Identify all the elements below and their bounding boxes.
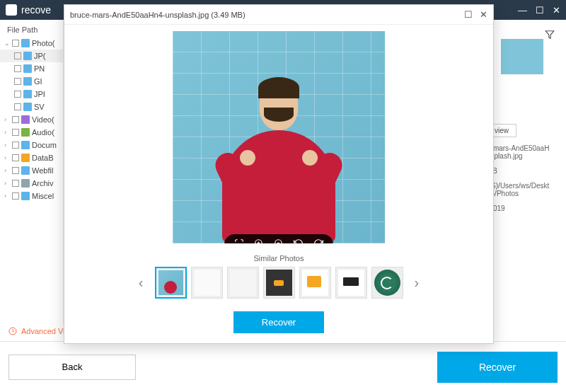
detail-filename: e-mars-AndE50aaH nsplash.jpg [487,144,558,160]
recover-button[interactable]: Recover [437,352,558,383]
file-details-panel: view e-mars-AndE50aaH nsplash.jpg MB FS)… [487,39,558,212]
preview-title: bruce-mars-AndE50aaHn4-unsplash.jpg (3.4… [70,11,246,19]
preview-image-area [64,25,493,250]
back-button[interactable]: Back [8,354,136,380]
tree-item-jpg[interactable]: JP( [0,50,63,62]
tree-item-archive[interactable]: ›Archiv [0,177,63,190]
tree-item-webfiles[interactable]: ›Webfil [0,164,63,177]
preview-footer: Recover [64,306,493,343]
similar-carousel: ‹ › [79,267,479,299]
similar-photos-section: Similar Photos ‹ › [64,250,493,306]
tree-item-png[interactable]: PN [0,62,63,75]
close-icon[interactable]: ✕ [553,5,560,16]
bottom-bar: Back Recover [0,341,566,392]
rotate-left-icon[interactable] [294,238,304,243]
tree-item-audio[interactable]: ›Audio( [0,126,63,139]
maximize-icon[interactable]: ☐ [536,5,544,16]
tree-item-jpeg[interactable]: JPI [0,88,63,100]
logo-text: recove [21,4,51,16]
sidebar-header: File Path [0,23,63,37]
similar-thumb[interactable] [263,267,295,299]
preview-maximize-icon[interactable]: ☐ [464,9,473,20]
detail-size: MB [487,167,558,175]
carousel-prev-icon[interactable]: ‹ [134,275,148,291]
tree-item-gif[interactable]: GI [0,75,63,88]
tree-item-misc[interactable]: ›Miscel [0,190,63,202]
window-controls: — ☐ ✕ [518,5,560,16]
preview-image [173,31,385,243]
similar-thumb[interactable] [299,267,331,299]
similar-thumb[interactable] [335,267,367,299]
app-logo: recove [6,4,51,16]
svg-marker-0 [545,31,554,39]
similar-thumb[interactable] [227,267,259,299]
preview-window-controls: ☐ ✕ [464,9,487,20]
zoom-in-icon[interactable] [254,238,264,243]
image-toolbar [224,234,333,243]
preview-close-icon[interactable]: ✕ [480,9,487,20]
detail-date: -2019 [487,204,558,212]
fit-screen-icon[interactable] [234,238,244,243]
similar-thumb[interactable] [371,267,403,299]
tree-item-document[interactable]: ›Docum [0,139,63,151]
minimize-icon[interactable]: — [518,5,527,16]
logo-icon [6,4,17,16]
preview-header: bruce-mars-AndE50aaHn4-unsplash.jpg (3.4… [64,5,493,25]
detail-path: FS)/Users/ws/Deskt 85/Photos [487,182,558,197]
detail-thumbnail [501,39,543,74]
zoom-out-icon[interactable] [274,238,284,243]
sidebar: File Path ⌄Photo( JP( PN GI JPI SV ›Vide… [0,20,64,325]
similar-thumb[interactable] [155,267,187,299]
tree-item-database[interactable]: ›DataB [0,151,63,164]
similar-photos-label: Similar Photos [79,254,479,263]
tree-item-photo[interactable]: ⌄Photo( [0,37,63,50]
tree-item-video[interactable]: ›Video( [0,113,63,126]
file-tree: ⌄Photo( JP( PN GI JPI SV ›Video( ›Audio(… [0,37,63,202]
tree-item-svg[interactable]: SV [0,100,63,113]
rotate-right-icon[interactable] [313,238,323,243]
preview-modal: bruce-mars-AndE50aaHn4-unsplash.jpg (3.4… [64,4,494,344]
carousel-next-icon[interactable]: › [410,275,424,291]
thumbnail-strip [155,267,403,299]
recover-button-modal[interactable]: Recover [233,311,324,333]
similar-thumb[interactable] [191,267,223,299]
